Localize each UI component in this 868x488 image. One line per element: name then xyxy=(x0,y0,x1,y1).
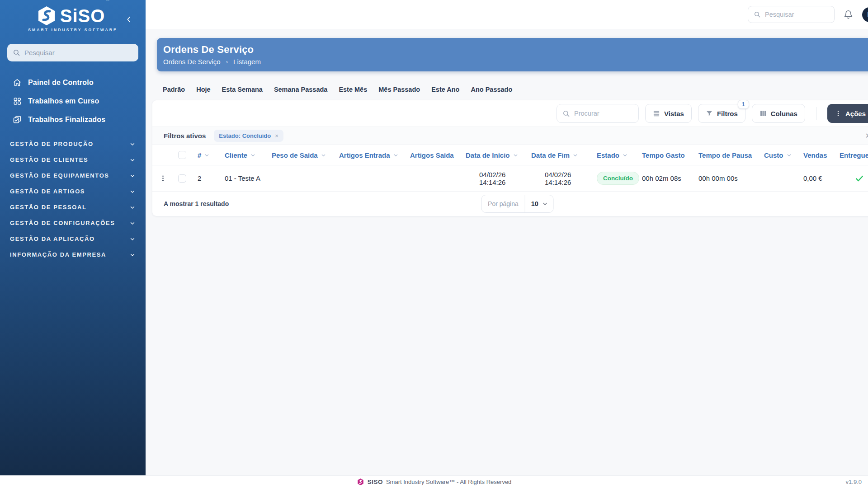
user-avatar[interactable]: D xyxy=(862,7,868,22)
quick-filter-semana-passada[interactable]: Semana Passada xyxy=(274,86,328,93)
column-header-custo[interactable]: Custo xyxy=(764,151,803,159)
topbar: D xyxy=(146,0,868,29)
sort-chevron-icon xyxy=(250,152,256,158)
cell-estado: Concluído xyxy=(597,172,642,185)
sidebar-search-input[interactable] xyxy=(24,49,133,56)
clear-filters-close-icon[interactable]: ✕ xyxy=(865,131,868,140)
table-search[interactable] xyxy=(557,104,639,123)
cell-entregue xyxy=(840,174,868,183)
chevron-right-icon: › xyxy=(226,58,228,65)
quick-filter-mes-passado[interactable]: Mês Passado xyxy=(378,86,420,93)
notifications-button[interactable] xyxy=(844,10,853,19)
row-kebab-menu-icon[interactable] xyxy=(160,174,166,182)
page-title: Ordens De Serviço xyxy=(163,44,868,56)
sidebar-item-label: Painel de Controlo xyxy=(28,79,94,87)
quick-filter-padrao[interactable]: Padrão xyxy=(163,86,185,93)
sidebar-item-trabalhos-finalizados[interactable]: Trabalhos Finalizados xyxy=(0,110,146,129)
column-header-artigos-entrada[interactable]: Artigos Entrada xyxy=(339,151,410,159)
breadcrumb-item[interactable]: Ordens De Serviço xyxy=(163,58,221,66)
chevron-left-icon xyxy=(125,15,133,23)
column-header-data-de-fim[interactable]: Data de Fim xyxy=(531,151,597,159)
brand-name: SiSO™ xyxy=(60,7,110,25)
column-header-tempo-gasto[interactable]: Tempo Gasto xyxy=(642,151,698,159)
column-header-cliente[interactable]: Cliente xyxy=(225,151,272,159)
chevron-down-icon xyxy=(129,204,136,211)
colunas-button[interactable]: Colunas xyxy=(752,104,805,123)
sidebar-section-gestao-de-producao[interactable]: GESTÃO DE PRODUÇÃO xyxy=(0,136,146,152)
column-header-tempo-de-pausa[interactable]: Tempo de Pausa xyxy=(698,151,764,159)
column-header-vendas[interactable]: Vendas xyxy=(803,151,840,159)
topbar-search[interactable] xyxy=(748,6,835,23)
select-all-cell xyxy=(173,151,191,159)
sort-chevron-icon xyxy=(204,152,210,158)
quick-filter-hoje[interactable]: Hoje xyxy=(196,86,210,93)
quick-filters: Padrão Hoje Esta Semana Semana Passada E… xyxy=(163,86,868,93)
page-header-banner: Ordens De Serviço Ordens De Serviço › Li… xyxy=(157,38,868,71)
sidebar-section-gestao-de-pessoal[interactable]: GESTÃO DE PESSOAL xyxy=(0,199,146,215)
footer-brand-icon xyxy=(357,478,364,486)
chevron-down-icon xyxy=(542,201,548,207)
breadcrumb-item[interactable]: Listagem xyxy=(233,58,261,66)
sort-chevron-icon xyxy=(786,152,792,158)
sidebar-section-gestao-de-equipamentos[interactable]: GESTÃO DE EQUIPAMENTOS xyxy=(0,168,146,183)
per-page-label: Por página xyxy=(481,200,525,207)
chip-remove-icon[interactable]: × xyxy=(275,133,278,139)
orders-card: Vistas 1 Filtros Colunas xyxy=(152,100,868,216)
sort-chevron-icon xyxy=(321,152,326,158)
column-header-num[interactable]: # xyxy=(191,151,225,159)
sidebar-sections: GESTÃO DE PRODUÇÃO GESTÃO DE CLIENTES GE… xyxy=(0,136,146,263)
sidebar-collapse-button[interactable] xyxy=(123,14,135,25)
column-header-artigos-saida[interactable]: Artigos Saída xyxy=(410,151,466,159)
chevron-down-icon xyxy=(129,236,136,242)
column-header-peso-de-saida[interactable]: Peso de Saída xyxy=(272,151,339,159)
chevron-down-icon xyxy=(129,220,136,226)
sidebar-search[interactable] xyxy=(7,44,138,61)
table-search-input[interactable] xyxy=(574,110,633,117)
row-checkbox[interactable] xyxy=(178,174,186,183)
cell-tempo-gasto: 00h 02m 08s xyxy=(642,174,698,182)
cell-vendas: 0,00 € xyxy=(803,174,840,182)
select-all-checkbox[interactable] xyxy=(178,151,186,159)
search-icon xyxy=(562,110,570,117)
per-page-select[interactable]: Por página 10 xyxy=(481,195,554,213)
column-header-estado[interactable]: Estado xyxy=(597,151,642,159)
quick-filter-esta-semana[interactable]: Esta Semana xyxy=(222,86,263,93)
table-toolbar: Vistas 1 Filtros Colunas xyxy=(152,100,868,127)
topbar-search-input[interactable] xyxy=(765,11,829,18)
sort-chevron-icon xyxy=(513,152,519,158)
sidebar-item-painel-de-controlo[interactable]: Painel de Controlo xyxy=(0,73,146,92)
cell-data-de-fim: 04/02/26 14:14:26 xyxy=(531,171,597,186)
chevron-down-icon xyxy=(129,252,136,258)
main-content: D Ordens De Serviço Ordens De Serviço › … xyxy=(146,0,868,475)
sidebar-section-gestao-de-configuracoes[interactable]: GESTÃO DE CONFIGURAÇÕES xyxy=(0,215,146,231)
row-select-cell xyxy=(173,174,191,183)
quick-filter-este-ano[interactable]: Este Ano xyxy=(431,86,459,93)
filtros-button[interactable]: 1 Filtros xyxy=(698,104,745,123)
brand-hexagon-icon xyxy=(36,5,57,26)
sidebar-item-trabalhos-em-curso[interactable]: Trabalhos em Curso xyxy=(0,92,146,110)
quick-filter-ano-passado[interactable]: Ano Passado xyxy=(471,86,512,93)
filter-funnel-icon xyxy=(706,110,713,117)
chevron-down-icon xyxy=(129,141,136,147)
cell-num: 2 xyxy=(191,174,225,182)
active-filters-label: Filtros ativos xyxy=(164,132,206,140)
sidebar-section-gestao-da-aplicacao[interactable]: GESTÃO DA APLICAÇÃO xyxy=(0,231,146,247)
brand-tagline: SMART INDUSTRY SOFTWARE xyxy=(28,28,117,32)
home-icon xyxy=(12,78,22,87)
sidebar-section-informacao-da-empresa[interactable]: INFORMAÇÃO DA EMPRESA xyxy=(0,247,146,263)
filtros-count-badge: 1 xyxy=(738,100,749,109)
footer-copyright: Smart Industry Software™ - All Rights Re… xyxy=(386,479,511,485)
app: SiSO™ SMART INDUSTRY SOFTWARE Painel de … xyxy=(0,0,868,475)
sidebar-menu: Painel de Controlo Trabalhos em Curso Tr… xyxy=(0,73,146,129)
column-header-data-de-inicio[interactable]: Data de Início xyxy=(466,151,531,159)
status-badge: Concluído xyxy=(597,172,639,185)
acoes-button[interactable]: Ações xyxy=(827,104,868,123)
table-header-row: # Cliente Peso de Saída Artigos Entrada xyxy=(152,145,868,165)
sidebar-item-label: Trabalhos Finalizados xyxy=(28,116,105,124)
sidebar-section-gestao-de-clientes[interactable]: GESTÃO DE CLIENTES xyxy=(0,152,146,168)
sidebar-section-gestao-de-artigos[interactable]: GESTÃO DE ARTIGOS xyxy=(0,183,146,199)
column-header-entregue[interactable]: Entregue xyxy=(840,151,868,159)
filter-chip-estado-concluido[interactable]: Estado: Concluído × xyxy=(214,130,283,142)
vistas-button[interactable]: Vistas xyxy=(645,104,692,123)
quick-filter-este-mes[interactable]: Este Mês xyxy=(339,86,367,93)
